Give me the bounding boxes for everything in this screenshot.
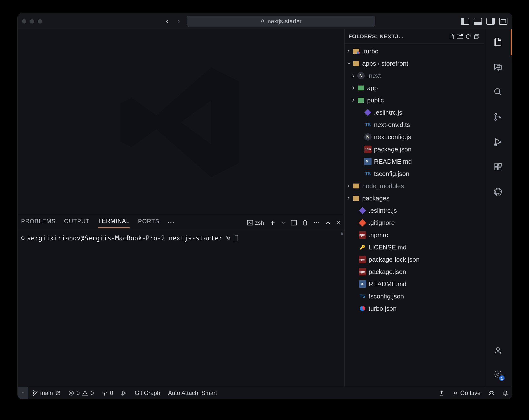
tree-file[interactable]: 🔑LICENSE.md	[344, 241, 484, 253]
activity-settings-button[interactable]: 1	[493, 369, 503, 379]
tree-item-label: next.config.js	[374, 133, 411, 141]
bottom-panel: PROBLEMS OUTPUT TERMINAL PORTS zsh	[18, 215, 344, 387]
activity-accounts-button[interactable]	[493, 346, 503, 356]
tree-file[interactable]: TSnext-env.d.ts	[344, 119, 484, 131]
eslint-icon	[359, 207, 366, 214]
tree-folder[interactable]: apps / storefront	[344, 57, 484, 70]
terminal-scrollbar[interactable]	[341, 232, 343, 235]
toggle-primary-sidebar-button[interactable]	[461, 18, 469, 25]
tree-folder[interactable]: packages	[344, 192, 484, 204]
tree-file[interactable]: TStsconfig.json	[344, 290, 484, 302]
git-graph-button[interactable]: Git Graph	[131, 387, 164, 399]
activity-search-button[interactable]	[493, 87, 503, 97]
tab-ports[interactable]: PORTS	[138, 218, 159, 228]
tab-problems[interactable]: PROBLEMS	[21, 218, 56, 228]
nav-forward-button[interactable]	[175, 18, 182, 25]
problems-status-button[interactable]: 0 0	[65, 387, 98, 399]
tree-file[interactable]: .eslintrc.js	[344, 106, 484, 119]
prettier-status-button[interactable]	[435, 390, 448, 396]
tree-folder[interactable]: public	[344, 94, 484, 106]
auto-attach-button[interactable]: Auto Attach: Smart	[164, 387, 221, 399]
vscode-watermark-icon	[112, 54, 250, 191]
tree-file[interactable]: .gitignore	[344, 217, 484, 229]
tree-item-label: package.json	[374, 146, 411, 153]
svg-point-11	[495, 113, 497, 115]
svg-rect-4	[247, 220, 253, 225]
svg-rect-9	[474, 35, 478, 39]
svg-point-12	[495, 119, 497, 121]
go-live-button[interactable]: Go Live	[448, 390, 484, 396]
ports-count: 0	[110, 390, 113, 396]
toggle-panel-button[interactable]	[474, 18, 482, 25]
svg-point-20	[497, 373, 499, 375]
activity-chat-button[interactable]	[493, 62, 503, 72]
copilot-status-button[interactable]	[484, 390, 499, 396]
turbo-icon	[359, 305, 366, 312]
error-count: 0	[76, 390, 79, 396]
nextjs-icon: N	[357, 72, 365, 79]
tree-folder[interactable]: N.next	[344, 70, 484, 82]
terminal-dropdown-icon[interactable]	[281, 221, 285, 224]
new-folder-button[interactable]	[457, 33, 463, 40]
terminal[interactable]: sergiikirianov@Sergiis-MacBook-Pro-2 nex…	[18, 230, 344, 387]
customize-layout-button[interactable]	[499, 18, 507, 25]
activity-run-debug-button[interactable]	[493, 137, 503, 147]
toggle-secondary-sidebar-button[interactable]	[486, 18, 495, 25]
tree-folder[interactable]: node_modules	[344, 180, 484, 192]
svg-point-0	[261, 20, 264, 22]
activity-source-control-button[interactable]	[493, 112, 503, 122]
collapse-folders-button[interactable]	[473, 33, 480, 40]
tree-file[interactable]: npmpackage.json	[344, 143, 484, 155]
window-maximize-button[interactable]	[38, 19, 42, 24]
tab-terminal[interactable]: TERMINAL	[98, 217, 130, 228]
svg-point-6	[314, 222, 315, 223]
tree-folder[interactable]: .turbo	[344, 45, 484, 57]
close-panel-button[interactable]	[336, 220, 341, 225]
terminal-more-icon[interactable]	[314, 221, 320, 224]
tree-folder[interactable]: app	[344, 82, 484, 94]
activity-github-button[interactable]	[493, 187, 503, 197]
warning-icon	[82, 390, 88, 396]
split-terminal-button[interactable]	[291, 220, 297, 225]
tree-file[interactable]: npm.npmrc	[344, 229, 484, 241]
tree-file[interactable]: npmpackage.json	[344, 266, 484, 278]
prompt-indicator-icon	[21, 236, 25, 240]
command-center[interactable]: nextjs-starter	[187, 16, 375, 27]
status-bar: main 0 0 0 Git Graph Auto Attach: Smart	[18, 387, 512, 399]
git-branch-button[interactable]: main	[28, 387, 65, 399]
tree-item-label: apps / storefront	[362, 60, 408, 68]
editor-area	[18, 29, 344, 215]
debug-icon	[121, 390, 127, 396]
folder-icon	[357, 96, 365, 104]
prettier-icon	[439, 390, 444, 396]
folder-icon	[352, 182, 360, 190]
tree-file[interactable]: TStsconfig.json	[344, 168, 484, 180]
window-minimize-button[interactable]	[30, 19, 34, 24]
new-terminal-button[interactable]	[270, 220, 275, 225]
shell-name: zsh	[255, 219, 264, 226]
activity-extensions-button[interactable]	[493, 162, 503, 172]
window-close-button[interactable]	[22, 19, 26, 24]
tree-item-label: turbo.json	[369, 305, 397, 312]
ports-status-button[interactable]: 0	[98, 387, 117, 399]
nav-back-button[interactable]	[164, 18, 171, 25]
tree-file[interactable]: .eslintrc.js	[344, 204, 484, 217]
tree-file[interactable]: turbo.json	[344, 302, 484, 315]
kill-terminal-button[interactable]	[303, 220, 308, 226]
debug-start-button[interactable]	[117, 387, 131, 399]
chevron-right-icon	[347, 184, 352, 188]
tree-file[interactable]: M↓README.md	[344, 155, 484, 168]
remote-indicator-button[interactable]	[18, 387, 28, 399]
activity-explorer-button[interactable]	[493, 37, 503, 47]
new-file-button[interactable]	[448, 33, 455, 40]
tree-file[interactable]: npmpackage-lock.json	[344, 253, 484, 266]
tree-item-label: LICENSE.md	[369, 244, 407, 251]
maximize-panel-button[interactable]	[326, 221, 330, 224]
refresh-explorer-button[interactable]	[465, 33, 472, 40]
tab-output[interactable]: OUTPUT	[64, 218, 90, 228]
notifications-button[interactable]	[499, 390, 512, 396]
terminal-shell-selector[interactable]: zsh	[247, 219, 264, 226]
tree-file[interactable]: Nnext.config.js	[344, 131, 484, 143]
tree-file[interactable]: M↓README.md	[344, 278, 484, 290]
panel-more-icon[interactable]	[168, 221, 174, 224]
